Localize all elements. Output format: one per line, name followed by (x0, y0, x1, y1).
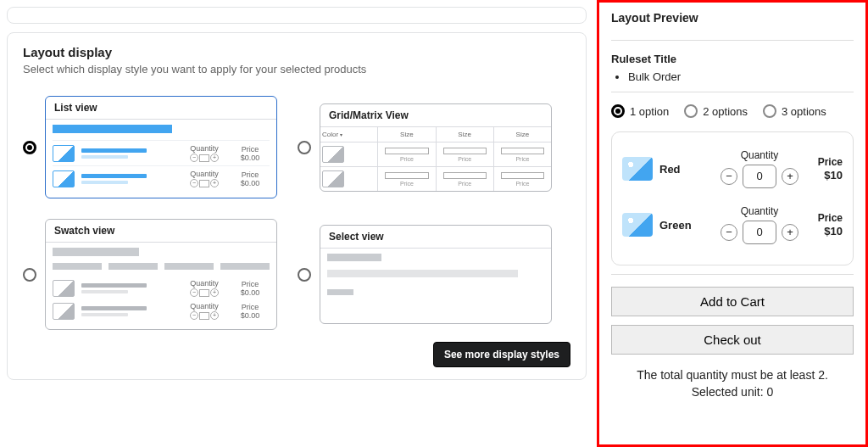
qty-increment-button[interactable]: + (782, 168, 798, 185)
card-title: Swatch view (46, 220, 276, 243)
see-more-styles-button[interactable]: See more display styles (433, 342, 570, 367)
preview-header: Layout Preview (611, 11, 854, 25)
variant-name: Green (659, 219, 714, 232)
section-description: Select which display style you want to a… (23, 63, 570, 75)
image-icon (53, 170, 75, 187)
layout-preview-panel: Layout Preview Ruleset Title Bulk Order … (597, 0, 868, 447)
card-title: Grid/Matrix View (320, 104, 551, 127)
preview-radio-1-option[interactable]: 1 option (611, 104, 669, 118)
mock-title-bar (53, 125, 172, 133)
quantity-label: Quantity (721, 205, 798, 217)
qty-input[interactable]: 0 (743, 221, 776, 244)
qty-decrement-button[interactable]: − (721, 168, 737, 185)
image-icon (322, 170, 344, 187)
preview-items-card: Red Quantity − 0 + Price $10 Green (611, 131, 854, 265)
layout-card-swatch[interactable]: Swatch view Quantity−+ Price$0.00 (45, 219, 277, 330)
price-label: Price (805, 156, 843, 168)
layout-radio-grid[interactable] (298, 141, 311, 154)
image-icon (53, 145, 75, 162)
preview-radio-2-options[interactable]: 2 options (684, 104, 748, 118)
mock-row: Quantity −+ Price $0.00 (53, 165, 270, 191)
image-icon (53, 280, 75, 297)
price-label: Price (805, 212, 843, 224)
ruleset-title-value: Bulk Order (628, 70, 854, 83)
layout-card-grid[interactable]: Grid/Matrix View Color ▾ Size Size Size … (320, 103, 552, 192)
quantity-notice: The total quantity must be at least 2. S… (611, 366, 854, 401)
layout-card-list[interactable]: List view Quantity −+ (45, 96, 277, 198)
image-icon (322, 146, 344, 163)
image-icon (622, 157, 653, 181)
image-icon (622, 213, 653, 237)
preview-item-row: Green Quantity − 0 + Price $10 (622, 197, 843, 253)
layout-radio-swatch[interactable] (23, 268, 36, 282)
section-heading: Layout display (23, 45, 570, 59)
layout-radio-select[interactable] (298, 268, 311, 282)
card-title: Select view (320, 226, 551, 249)
preview-item-row: Red Quantity − 0 + Price $10 (622, 141, 843, 197)
variant-name: Red (659, 163, 714, 176)
price-value: $10 (824, 169, 843, 182)
card-title: List view (46, 97, 276, 120)
qty-input[interactable]: 0 (743, 165, 776, 188)
previous-card-stub (7, 7, 587, 24)
preview-radio-3-options[interactable]: 3 options (763, 104, 826, 118)
ruleset-title-label: Ruleset Title (611, 53, 854, 65)
qty-increment-button[interactable]: + (782, 224, 798, 241)
layout-display-card: Layout display Select which display styl… (7, 32, 587, 380)
quantity-label: Quantity (721, 149, 798, 161)
checkout-button[interactable]: Check out (611, 325, 854, 355)
layout-radio-list[interactable] (23, 141, 36, 154)
price-value: $10 (824, 225, 843, 237)
layout-card-select[interactable]: Select view (320, 225, 552, 324)
mock-row: Quantity −+ Price $0.00 (53, 140, 270, 165)
qty-decrement-button[interactable]: − (721, 224, 737, 241)
image-icon (53, 303, 75, 320)
add-to-cart-button[interactable]: Add to Cart (611, 287, 854, 316)
